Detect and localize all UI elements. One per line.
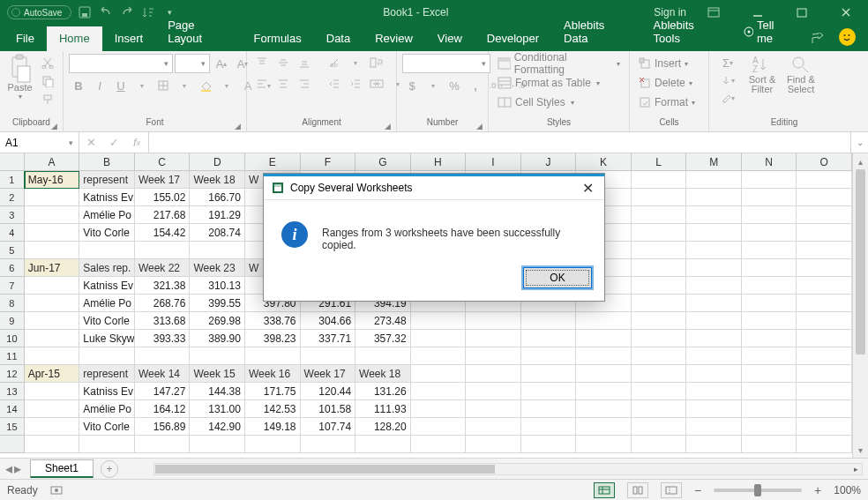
- cell[interactable]: Katniss Ev: [79, 189, 135, 206]
- cell[interactable]: [576, 365, 632, 383]
- cell[interactable]: [797, 330, 852, 347]
- cell[interactable]: [632, 277, 687, 295]
- new-sheet-button[interactable]: +: [101, 460, 118, 478]
- cell[interactable]: [411, 365, 467, 383]
- cell[interactable]: 144.38: [190, 383, 245, 400]
- find-select-button[interactable]: Find & Select: [783, 54, 819, 94]
- row-header[interactable]: 8: [0, 295, 25, 312]
- cell[interactable]: [797, 418, 852, 436]
- align-center-icon[interactable]: [273, 75, 293, 93]
- column-header[interactable]: A: [25, 153, 80, 170]
- column-header[interactable]: I: [466, 153, 521, 170]
- cell[interactable]: 131.00: [190, 400, 245, 418]
- cells-insert-button[interactable]: Insert▾: [635, 54, 692, 73]
- italic-button[interactable]: I: [90, 77, 109, 94]
- macro-record-icon[interactable]: [50, 485, 63, 496]
- cell[interactable]: [742, 171, 797, 189]
- hscroll-thumb[interactable]: [155, 465, 495, 474]
- select-all-corner[interactable]: [0, 153, 25, 170]
- cell[interactable]: [632, 400, 687, 418]
- cell[interactable]: [301, 347, 356, 365]
- cell[interactable]: [686, 259, 742, 277]
- row-header[interactable]: 15: [0, 418, 25, 436]
- cell[interactable]: May-16: [25, 171, 80, 189]
- cell-styles-button[interactable]: Cell Styles▾: [494, 93, 578, 112]
- format-as-table-button[interactable]: Format as Table▾: [494, 73, 603, 93]
- conditional-formatting-button[interactable]: Conditional Formatting▾: [494, 54, 624, 73]
- cell[interactable]: [686, 418, 742, 436]
- cell[interactable]: [686, 189, 742, 206]
- cell[interactable]: [411, 418, 467, 436]
- row-header[interactable]: 1: [0, 171, 25, 189]
- cell[interactable]: [25, 383, 80, 400]
- row-header[interactable]: 7: [0, 277, 25, 295]
- cell[interactable]: [190, 242, 245, 259]
- cell[interactable]: [25, 418, 80, 436]
- cell[interactable]: [797, 171, 852, 189]
- cell[interactable]: [25, 277, 80, 295]
- decrease-indent-icon[interactable]: [325, 75, 344, 93]
- cell[interactable]: [797, 400, 852, 418]
- cell[interactable]: [742, 330, 797, 347]
- tab-home[interactable]: Home: [47, 26, 102, 51]
- cell[interactable]: [632, 312, 687, 330]
- save-icon[interactable]: [77, 4, 93, 20]
- row-header[interactable]: 9: [0, 312, 25, 330]
- sort-icon[interactable]: [140, 4, 156, 20]
- cancel-formula-icon[interactable]: ✕: [79, 136, 102, 149]
- zoom-out-button[interactable]: −: [694, 483, 701, 497]
- cell[interactable]: [466, 312, 521, 330]
- cell[interactable]: 268.76: [135, 295, 191, 312]
- percent-format-icon[interactable]: %: [445, 77, 464, 94]
- tab-view[interactable]: View: [425, 26, 475, 51]
- cell[interactable]: [355, 347, 411, 365]
- cell[interactable]: [79, 347, 135, 365]
- cell[interactable]: 269.98: [190, 312, 245, 330]
- tab-developer[interactable]: Developer: [475, 26, 551, 51]
- cell[interactable]: 399.55: [190, 295, 245, 312]
- cell[interactable]: 310.13: [190, 277, 245, 295]
- format-painter-icon[interactable]: [38, 91, 57, 108]
- cell[interactable]: Vito Corle: [79, 312, 135, 330]
- cell[interactable]: Week 17: [301, 365, 356, 383]
- cell[interactable]: [632, 224, 687, 242]
- cell[interactable]: [797, 312, 852, 330]
- tab-insert[interactable]: Insert: [102, 26, 156, 51]
- view-normal-icon[interactable]: [594, 482, 615, 498]
- cell[interactable]: [686, 224, 742, 242]
- cell[interactable]: 101.58: [301, 400, 356, 418]
- cell[interactable]: [742, 206, 797, 224]
- column-header[interactable]: H: [411, 153, 467, 170]
- paste-button[interactable]: Paste ▾: [5, 54, 34, 101]
- enter-formula-icon[interactable]: ✓: [102, 136, 125, 149]
- cell[interactable]: [521, 312, 577, 330]
- dialog-titlebar[interactable]: Copy Several Worksheets ✕: [264, 174, 604, 200]
- cell[interactable]: 208.74: [190, 224, 245, 242]
- cell[interactable]: [742, 383, 797, 400]
- clipboard-launcher-icon[interactable]: ◢: [51, 122, 57, 131]
- cells-format-button[interactable]: Format▾: [635, 93, 699, 112]
- cell[interactable]: [25, 312, 80, 330]
- tell-me[interactable]: Tell me: [733, 19, 802, 51]
- cell[interactable]: Vito Corle: [79, 418, 135, 436]
- cell[interactable]: [25, 224, 80, 242]
- zoom-in-button[interactable]: +: [814, 483, 821, 497]
- cell[interactable]: [25, 347, 80, 365]
- align-bottom-icon[interactable]: [295, 54, 314, 71]
- cell[interactable]: [742, 400, 797, 418]
- column-header[interactable]: J: [521, 153, 577, 170]
- share-icon[interactable]: [802, 33, 834, 51]
- cell[interactable]: [411, 330, 467, 347]
- cell[interactable]: 398.23: [245, 330, 301, 347]
- cell[interactable]: 107.74: [301, 418, 356, 436]
- insert-function-icon[interactable]: fx: [125, 136, 148, 149]
- cell[interactable]: 156.89: [135, 418, 191, 436]
- cell[interactable]: [576, 312, 632, 330]
- underline-button[interactable]: U: [111, 77, 131, 94]
- cell[interactable]: [79, 242, 135, 259]
- cell[interactable]: [742, 295, 797, 312]
- scroll-thumb[interactable]: [856, 169, 865, 354]
- cell[interactable]: 337.71: [301, 330, 356, 347]
- column-header[interactable]: F: [301, 153, 356, 170]
- copy-icon[interactable]: [38, 72, 57, 90]
